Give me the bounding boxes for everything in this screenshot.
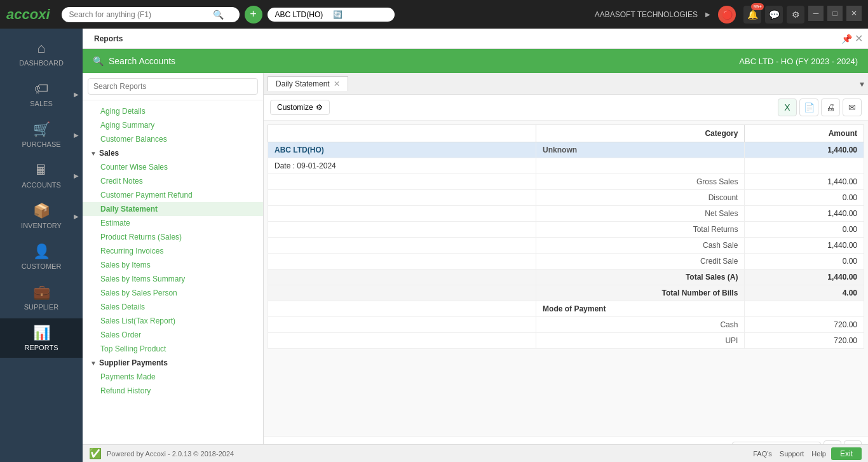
tab-dropdown-icon[interactable]: ▾ [860, 79, 864, 89]
tree-item-daily-statement[interactable]: Daily Statement [83, 202, 263, 216]
close-tab-icon[interactable]: ✕ [334, 79, 340, 88]
settings-button[interactable]: ⚙ [787, 6, 804, 24]
customize-button[interactable]: Customize ⚙ [270, 100, 330, 115]
reports-tab-label[interactable]: Reports [88, 34, 129, 43]
row-col2: Unknown [536, 142, 745, 158]
tree-item-sales-by-items[interactable]: Sales by Items [83, 258, 263, 272]
sidebar-item-accounts[interactable]: 🖩 ACCOUNTS ▶ [0, 156, 83, 195]
row-empty1 [536, 158, 745, 174]
header-category: Category [536, 125, 745, 142]
row-empty [268, 238, 536, 254]
purchase-icon: 🛒 [33, 121, 50, 138]
notifications-button[interactable]: 🔔 99+ [743, 6, 761, 24]
bell-icon: 🔔 [747, 10, 758, 20]
tree-item-payments-made[interactable]: Payments Made [83, 370, 263, 384]
search-icon: 🔍 [213, 10, 224, 20]
row-empty [268, 206, 536, 222]
triangle-down-icon: ▼ [90, 360, 97, 367]
tree-item-sales-by-sales-person[interactable]: Sales by Sales Person [83, 286, 263, 300]
row-credit-sale-value: 0.00 [745, 254, 864, 269]
tree-item-sales-order[interactable]: Sales Order [83, 328, 263, 342]
tree-item-top-selling-product[interactable]: Top Selling Product [83, 342, 263, 356]
table-row: Total Number of Bills 4.00 [268, 285, 864, 301]
sidebar-item-dashboard[interactable]: ⌂ DASHBOARD [0, 34, 83, 73]
faqs-link[interactable]: FAQ's [753, 450, 772, 458]
row-total-bills-label: Total Number of Bills [536, 285, 745, 301]
reports-tab-bar: Reports 📌 ✕ [83, 29, 868, 49]
daily-statement-tab[interactable]: Daily Statement ✕ [268, 76, 348, 91]
row-upi-label: UPI [536, 333, 745, 349]
table-row: Mode of Payment [268, 301, 864, 317]
tree-list: Aging Details Aging Summary Customer Bal… [83, 100, 263, 462]
help-link[interactable]: Help [811, 450, 826, 458]
tree-item-customer-payment-refund[interactable]: Customer Payment Refund [83, 188, 263, 202]
tree-category-supplier-payments[interactable]: ▼ Supplier Payments [83, 356, 263, 370]
close-window-button[interactable]: ✕ [846, 6, 862, 21]
triangle-down-icon: ▼ [90, 150, 97, 157]
tree-item-product-returns-sales[interactable]: Product Returns (Sales) [83, 230, 263, 244]
row-empty [268, 174, 536, 190]
tree-item-aging-details[interactable]: Aging Details [83, 104, 263, 118]
support-link[interactable]: Support [780, 450, 804, 458]
body-area: Aging Details Aging Summary Customer Bal… [83, 73, 868, 462]
tree-category-supplier-payments-label: Supplier Payments [99, 358, 168, 367]
export-excel-button[interactable]: X [778, 99, 797, 116]
messages-button[interactable]: 💬 [765, 6, 783, 24]
sidebar-item-purchase[interactable]: 🛒 PURCHASE ▶ [0, 115, 83, 154]
tree-item-estimate[interactable]: Estimate [83, 216, 263, 230]
tree-item-sales-list-tax-report[interactable]: Sales List(Tax Report) [83, 314, 263, 328]
footer: ✅ Powered by Accoxi - 2.0.13 © 2018-2024… [83, 444, 868, 462]
tree-category-sales-label: Sales [99, 149, 119, 158]
row-cash-label: Cash [536, 317, 745, 333]
add-button[interactable]: + [245, 6, 262, 24]
tree-category-sales[interactable]: ▼ Sales [83, 146, 263, 160]
pin-icon[interactable]: 📌 [841, 34, 852, 44]
email-button[interactable]: ✉ [843, 99, 862, 116]
global-search-input[interactable] [69, 10, 209, 19]
maximize-button[interactable]: □ [827, 6, 843, 21]
table-row: Date : 09-01-2024 [268, 158, 864, 174]
print-button[interactable]: 🖨 [821, 99, 840, 116]
table-container: Category Amount ABC LTD(HO) Unknown 1,44… [264, 121, 868, 436]
company-name-label: AABASOFT TECHNOLOGIES [595, 10, 698, 19]
search-accounts-section[interactable]: 🔍 Search Accounts [93, 56, 175, 66]
sidebar-label-reports: REPORTS [25, 344, 58, 351]
sidebar-item-sales[interactable]: 🏷 SALES ▶ [0, 74, 83, 114]
global-search-bar[interactable]: 🔍 [62, 7, 240, 22]
tree-item-credit-notes[interactable]: Credit Notes [83, 174, 263, 188]
refresh-icon[interactable]: 🔄 [333, 10, 387, 19]
tab-close-icon[interactable]: ✕ [855, 32, 863, 44]
tree-item-sales-details[interactable]: Sales Details [83, 300, 263, 314]
search-reports-input[interactable] [88, 78, 258, 95]
sidebar-item-reports[interactable]: 📊 REPORTS [0, 318, 83, 358]
export-pdf-button[interactable]: 📄 [799, 99, 818, 116]
row-upi-value: 720.00 [745, 333, 864, 349]
tree-item-refund-history[interactable]: Refund History [83, 384, 263, 398]
exit-button[interactable]: Exit [831, 447, 862, 460]
tree-item-counter-wise-sales[interactable]: Counter Wise Sales [83, 160, 263, 174]
minimize-button[interactable]: ─ [808, 6, 824, 21]
tree-item-customer-balances[interactable]: Customer Balances [83, 132, 263, 146]
tree-item-recurring-invoices[interactable]: Recurring Invoices [83, 244, 263, 258]
inventory-icon: 📦 [33, 203, 50, 219]
row-col1: ABC LTD(HO) [268, 142, 536, 158]
row-total-bills-value: 4.00 [745, 285, 864, 301]
sidebar-item-customer[interactable]: 👤 CUSTOMER [0, 237, 83, 276]
row-col3: 1,440.00 [745, 142, 864, 158]
tree-item-sales-by-items-summary[interactable]: Sales by Items Summary [83, 272, 263, 286]
sidebar-label-accounts: ACCOUNTS [22, 181, 61, 189]
print-icon: 🖨 [826, 102, 835, 112]
sidebar-item-supplier[interactable]: 💼 SUPPLIER [0, 278, 83, 317]
sidebar-item-inventory[interactable]: 📦 INVENTORY ▶ [0, 196, 83, 236]
row-cash-sale-value: 1,440.00 [745, 238, 864, 254]
row-total-sales-value: 1,440.00 [745, 269, 864, 285]
company-selector[interactable]: ABC LTD(HO) 🔄 [268, 8, 395, 22]
tree-item-aging-summary[interactable]: Aging Summary [83, 118, 263, 132]
table-row: Cash 720.00 [268, 317, 864, 333]
table-row: Cash Sale 1,440.00 [268, 238, 864, 254]
row-empty [268, 269, 536, 285]
row-credit-sale-label: Credit Sale [536, 254, 745, 269]
table-row: UPI 720.00 [268, 333, 864, 349]
row-gross-sales-value: 1,440.00 [745, 174, 864, 190]
table-row: Discount 0.00 [268, 190, 864, 206]
